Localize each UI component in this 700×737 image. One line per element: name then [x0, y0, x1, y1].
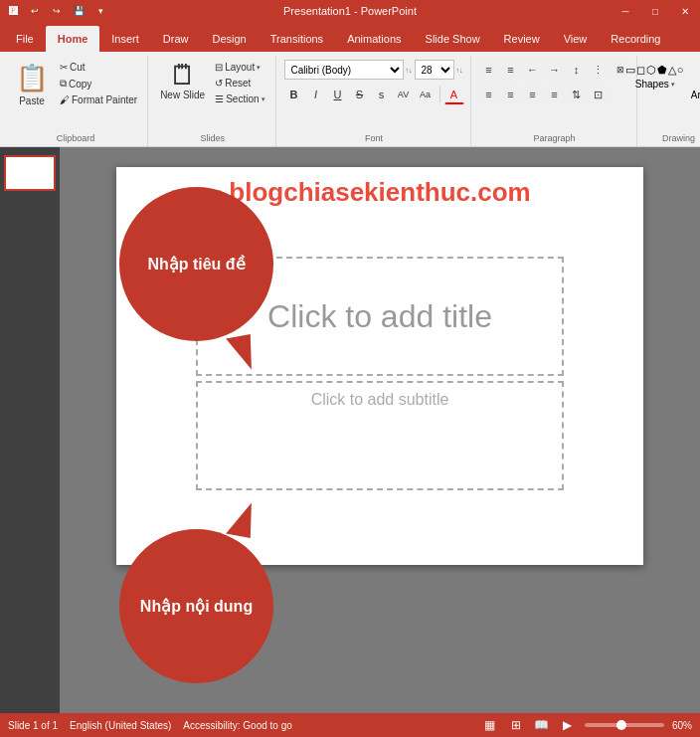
font-name-select[interactable]: Calibri (Body) [284, 60, 404, 80]
window-title: Presentation1 - PowerPoint [283, 5, 417, 17]
change-case-button[interactable]: Aa [416, 85, 436, 104]
numbering-button[interactable]: ≡ [501, 60, 521, 80]
format-painter-label: Format Painter [72, 94, 137, 105]
normal-view-button[interactable]: ▦ [481, 716, 499, 734]
line-spacing-button[interactable]: ↕ [567, 60, 587, 80]
strikethrough-button[interactable]: S [350, 85, 370, 104]
undo-button[interactable]: ↩ [26, 2, 44, 20]
slide-info: Slide 1 of 1 [8, 720, 58, 731]
tab-design[interactable]: Design [200, 26, 258, 52]
shape-item[interactable]: ▭ [625, 64, 635, 77]
reset-button[interactable]: ↺ Reset [211, 76, 268, 91]
drawing-group: ▭ ◻ ⬡ ⬟ △ ○ Shapes ▾ ⊡ Arrange ▾ [639, 56, 700, 146]
paste-label: Paste [19, 95, 45, 107]
slide-thumb-inner [6, 157, 54, 189]
redo-button[interactable]: ↪ [48, 2, 66, 20]
subtitle-placeholder-text: Click to add subtitle [311, 391, 449, 409]
align-center-button[interactable]: ≡ [501, 85, 521, 104]
slide-thumbnail-1[interactable] [4, 155, 56, 191]
tab-home[interactable]: Home [46, 26, 100, 52]
cut-button[interactable]: ✂ Cut [56, 60, 141, 75]
font-divider [439, 87, 440, 102]
shape-item[interactable]: ⬡ [646, 64, 656, 77]
status-right: ▦ ⊞ 📖 ▶ 60% [481, 716, 692, 734]
bold-button[interactable]: B [284, 85, 304, 104]
title-placeholder-text: Click to add title [267, 298, 492, 335]
tab-slideshow[interactable]: Slide Show [414, 26, 492, 52]
shape-item[interactable]: ◻ [636, 64, 645, 77]
canvas-area: blogchiasekienthuc.com Click to add titl… [60, 147, 700, 713]
font-size-select[interactable]: 28 [415, 60, 454, 80]
char-spacing-button[interactable]: AV [394, 85, 414, 104]
bullets-button[interactable]: ≡ [479, 60, 499, 80]
paste-icon: 📋 [16, 62, 48, 93]
minimize-button[interactable]: ─ [611, 0, 640, 22]
tab-file[interactable]: File [4, 26, 46, 52]
align-left-button[interactable]: ≡ [479, 85, 499, 104]
format-painter-button[interactable]: 🖌 Format Painter [56, 92, 141, 107]
clipboard-group: 📋 Paste ✂ Cut ⧉ Copy 🖌 Format Painter Cl… [4, 56, 148, 146]
zoom-slider[interactable] [585, 723, 664, 727]
justify-button[interactable]: ≡ [545, 85, 565, 104]
section-label: Section [226, 93, 259, 104]
layout-button[interactable]: ⊟ Layout ▾ [211, 60, 268, 75]
paragraph-group: ≡ ≡ ← → ↕ ⋮ ⊠ ≡ ≡ ≡ ≡ ⇅ ⊡ Paragraph [473, 56, 637, 146]
tab-insert[interactable]: Insert [99, 26, 151, 52]
close-button[interactable]: ✕ [670, 0, 700, 22]
subtitle-placeholder[interactable]: Click to add subtitle [196, 381, 564, 490]
shadow-button[interactable]: s [372, 85, 392, 104]
reset-icon: ↺ [215, 78, 223, 89]
language-info: English (United States) [70, 720, 171, 731]
tab-review[interactable]: Review [492, 26, 552, 52]
slides-group: 🗒 New Slide ⊟ Layout ▾ ↺ Reset ☰ Section [150, 56, 275, 146]
maximize-button[interactable]: □ [640, 0, 670, 22]
reset-label: Reset [225, 78, 251, 89]
reading-view-button[interactable]: 📖 [533, 716, 551, 734]
shapes-grid: ▭ ◻ ⬡ ⬟ △ ○ [625, 64, 685, 77]
tab-view[interactable]: View [552, 26, 600, 52]
shape-item[interactable]: △ [668, 64, 676, 77]
slides-group-content: 🗒 New Slide ⊟ Layout ▾ ↺ Reset ☰ Section [156, 56, 268, 130]
new-slide-button[interactable]: 🗒 New Slide [156, 60, 209, 102]
section-dropdown-icon: ▾ [262, 95, 265, 103]
convert-smartart-button[interactable]: ⊡ [589, 85, 609, 104]
font-size-arrows: ↑↓ [456, 67, 463, 74]
font-format-row: B I U S s AV Aa A [284, 85, 464, 104]
title-bar: 🅿 ↩ ↪ 💾 ▾ Presentation1 - PowerPoint ─ □… [0, 0, 700, 22]
align-right-button[interactable]: ≡ [523, 85, 543, 104]
shapes-label: Shapes [635, 79, 669, 90]
slideshow-button[interactable]: ▶ [559, 716, 577, 734]
save-button[interactable]: 💾 [70, 2, 88, 20]
font-color-button[interactable]: A [444, 85, 464, 104]
new-slide-area: 🗒 New Slide [156, 60, 209, 102]
underline-button[interactable]: U [328, 85, 348, 104]
tab-animations[interactable]: Animations [335, 26, 413, 52]
arrange-button[interactable]: Arrange ▾ [691, 90, 700, 100]
indent-more-button[interactable]: → [545, 60, 565, 80]
shapes-dd-icon: ▾ [671, 81, 675, 89]
zoom-thumb [616, 720, 626, 730]
paste-button[interactable]: 📋 Paste [10, 60, 54, 109]
para-row-2: ≡ ≡ ≡ ≡ ⇅ ⊡ [479, 85, 609, 104]
paragraph-label: Paragraph [534, 130, 576, 146]
qat-dropdown[interactable]: ▾ [91, 2, 109, 20]
shape-item[interactable]: ⬟ [657, 64, 667, 77]
columns-button[interactable]: ⋮ [589, 60, 609, 80]
font-name-row: Calibri (Body) ↑↓ 28 ↑↓ [284, 60, 463, 80]
copy-button[interactable]: ⧉ Copy [56, 76, 141, 92]
tab-transitions[interactable]: Transitions [259, 26, 335, 52]
accessibility-info: Accessibility: Good to go [183, 720, 292, 731]
cut-label: Cut [70, 62, 86, 73]
slides-small-stack: ⊟ Layout ▾ ↺ Reset ☰ Section ▾ [211, 60, 268, 106]
section-button[interactable]: ☰ Section ▾ [211, 92, 268, 106]
italic-button[interactable]: I [306, 85, 326, 104]
tab-recording[interactable]: Recording [599, 26, 672, 52]
font-group-content: Calibri (Body) ↑↓ 28 ↑↓ B I U S s AV Aa … [284, 56, 464, 130]
slide-sorter-button[interactable]: ⊞ [507, 716, 525, 734]
tab-draw[interactable]: Draw [151, 26, 201, 52]
shapes-button[interactable]: Shapes ▾ [635, 79, 675, 90]
text-direction-button[interactable]: ⇅ [567, 85, 587, 104]
shape-item[interactable]: ○ [677, 64, 684, 77]
indent-less-button[interactable]: ← [523, 60, 543, 80]
copy-label: Copy [69, 79, 91, 90]
